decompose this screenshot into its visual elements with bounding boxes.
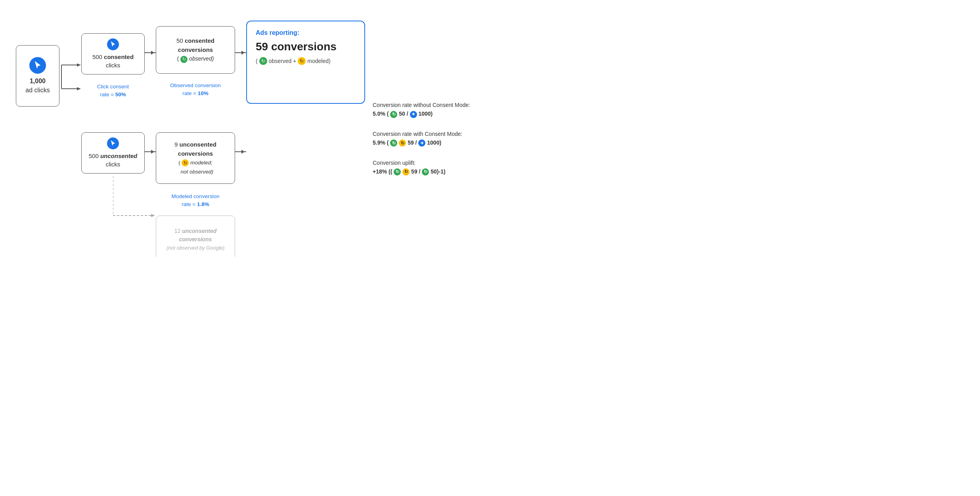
ads-reporting-title: Ads reporting:: [256, 29, 356, 36]
click-consent-rate: Click consentrate = 50%: [81, 83, 145, 99]
consented-clicks-text: 500 consented clicks: [92, 53, 134, 69]
ad-clicks-label: ad clicks: [25, 87, 50, 93]
stats-section: Conversion rate without Consent Mode: 5.…: [373, 101, 484, 176]
blue-icon-stat1: ✶: [410, 111, 417, 118]
svg-marker-7: [151, 214, 155, 217]
unobserved-conversions-box: 12 unconsentedconversions (not observed …: [156, 216, 235, 257]
yellow-icon-stat3: ↻: [402, 168, 410, 176]
arrow-to-ads: [235, 52, 246, 53]
fork-arrows: [59, 49, 81, 101]
ad-clicks-box: 1,000 ad clicks: [16, 45, 59, 107]
green-icon-sub: ↻: [259, 57, 267, 65]
click-consent-rate-value: 50%: [115, 92, 126, 97]
ads-reporting-conversions: 59 conversions: [256, 40, 356, 53]
observed-conversion-rate: Observed conversionrate = 10%: [156, 82, 235, 98]
consented-conversions-text: 50 consentedconversions ( ↻ observed): [176, 36, 214, 63]
unconsented-clicks-text: 500 unconsented clicks: [89, 152, 138, 168]
arrow-unconsented: [145, 151, 156, 152]
unconsented-clicks-icon: [107, 137, 119, 149]
consented-conversions-box: 50 consentedconversions ( ↻ observed): [156, 26, 235, 74]
yellow-icon-sub: ↻: [298, 57, 306, 65]
consented-clicks-icon: [107, 38, 119, 50]
svg-marker-4: [77, 87, 81, 90]
stat-uplift: Conversion uplift: +18% (( ↻ ↻ 59 / ↻ 50…: [373, 158, 484, 176]
yellow-icon-stat2: ↻: [399, 139, 406, 147]
green-icon-observed: ↻: [180, 56, 188, 63]
ad-clicks-text: 1,000 ad clicks: [25, 77, 50, 95]
unobserved-conversions-text: 12 unconsentedconversions (not observed …: [167, 227, 225, 252]
yellow-icon-modeled: ↻: [182, 159, 189, 166]
arrow-unconsented-to-ads: [235, 151, 246, 152]
unconsented-label: unconsented: [100, 153, 137, 159]
ad-clicks-number: 1,000: [30, 78, 46, 84]
unconsented-clicks-box: 500 unconsented clicks: [81, 132, 145, 174]
svg-marker-2: [77, 63, 81, 67]
green-icon-stat3b: ↻: [422, 168, 429, 176]
stat-with-consent: Conversion rate with Consent Mode: 5.9% …: [373, 130, 484, 147]
ads-reporting-sub: ( ↻ observed + ↻ modeled): [256, 57, 356, 65]
consented-label: consented: [104, 53, 134, 60]
green-icon-stat2a: ↻: [390, 139, 397, 147]
ads-reporting-box: Ads reporting: 59 conversions ( ↻ observ…: [246, 21, 365, 104]
stat-no-consent: Conversion rate without Consent Mode: 5.…: [373, 101, 484, 118]
green-icon-stat3a: ↻: [394, 168, 401, 176]
consented-clicks-box: 500 consented clicks: [81, 33, 145, 74]
green-icon-stat1: ↻: [390, 111, 397, 118]
unconsented-conversions-text: 9 unconsentedconversions ( ↻ modeled; no…: [174, 140, 216, 176]
ad-clicks-icon: [29, 57, 46, 74]
arrow-consented: [145, 52, 156, 53]
blue-icon-stat2: ✶: [418, 139, 425, 147]
